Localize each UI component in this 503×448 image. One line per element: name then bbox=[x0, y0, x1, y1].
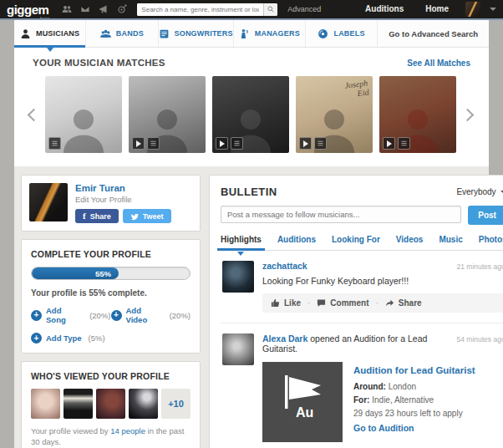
edit-profile-link[interactable]: Edit Your Profile bbox=[75, 195, 171, 204]
tab-musicians-label: MUSICIANS bbox=[36, 29, 79, 38]
profile-avatar[interactable] bbox=[29, 183, 68, 221]
musician-match-photo-1[interactable] bbox=[45, 76, 122, 153]
home-nav-button[interactable]: Home bbox=[418, 0, 456, 19]
audition-attachment: Au Audition for Lead Guitarist Around: L… bbox=[262, 362, 503, 442]
tracklist-badge-icon[interactable] bbox=[48, 137, 61, 150]
facebook-share-button[interactable]: f Share bbox=[75, 209, 119, 223]
audition-title-link[interactable]: Audition for Lead Guitarist bbox=[353, 363, 475, 378]
tab-highlights[interactable]: Highlights bbox=[221, 235, 262, 250]
feed-headline: Alexa Dark opened an Audition for a Lead… bbox=[262, 333, 450, 354]
photo-badges bbox=[48, 137, 61, 150]
viewer-avatar-2[interactable] bbox=[64, 389, 93, 419]
tweet-button[interactable]: Tweet bbox=[123, 209, 171, 223]
tab-photos[interactable]: Photos bbox=[479, 235, 503, 250]
flag-icon bbox=[282, 375, 324, 409]
audience-dropdown[interactable]: Everybody bbox=[456, 187, 503, 196]
musician-matches-section: YOUR MUSICIAN MATCHES See All Matches bbox=[14, 48, 489, 166]
header-icon-group bbox=[62, 4, 127, 14]
like-button[interactable]: Like bbox=[271, 298, 301, 308]
tracklist-badge-icon[interactable] bbox=[398, 137, 410, 150]
more-viewers-badge[interactable]: +10 bbox=[161, 389, 191, 419]
progress-percent-label: 55% bbox=[95, 269, 111, 278]
search-button[interactable] bbox=[263, 3, 277, 16]
tab-songwriters[interactable]: SONGWRITERS bbox=[159, 20, 234, 47]
tab-looking-for[interactable]: Looking For bbox=[332, 235, 380, 250]
go-to-advanced-search-link[interactable]: Go to Advanced Search bbox=[378, 20, 489, 47]
viewer-avatar-3[interactable] bbox=[96, 389, 125, 419]
user-menu-caret-icon[interactable] bbox=[490, 8, 496, 11]
viewer-avatar-1[interactable] bbox=[31, 389, 60, 419]
auditions-nav-button[interactable]: Auditions bbox=[358, 0, 411, 19]
viewed-summary-before: Your profile viewed by bbox=[31, 426, 110, 435]
tab-managers[interactable]: MANAGERS bbox=[234, 20, 306, 47]
tab-videos[interactable]: Videos bbox=[396, 235, 424, 250]
add-song-label: Add Song bbox=[46, 306, 83, 324]
feed-action-bar: Like · Comment · Share bbox=[262, 293, 503, 313]
add-video-link[interactable]: + Add Video (20%) bbox=[111, 306, 191, 324]
photo-badges bbox=[383, 137, 410, 150]
post-button[interactable]: Post bbox=[468, 206, 503, 225]
tab-labels[interactable]: LABELS bbox=[306, 20, 378, 47]
audition-tile-label: Au bbox=[296, 405, 313, 420]
play-video-badge-icon[interactable] bbox=[299, 137, 312, 150]
search-input[interactable] bbox=[137, 3, 263, 16]
viewed-count-link[interactable]: 14 people bbox=[110, 426, 145, 435]
tab-songwriters-label: SONGWRITERS bbox=[175, 29, 233, 38]
friends-icon[interactable] bbox=[62, 4, 72, 14]
post-composer: Post bbox=[221, 206, 503, 225]
tab-bands[interactable]: BANDS bbox=[86, 20, 158, 47]
profile-name-link[interactable]: Emir Turan bbox=[75, 183, 171, 193]
musician-match-photo-4[interactable]: Joseph Eid bbox=[296, 76, 373, 153]
share-arrow-icon bbox=[385, 298, 394, 308]
musician-match-photo-3[interactable] bbox=[212, 76, 289, 153]
advanced-search-link[interactable]: Advanced bbox=[287, 5, 321, 13]
play-video-badge-icon[interactable] bbox=[216, 137, 228, 150]
bulletin-card: BULLETIN Everybody Post Highlights Audit… bbox=[209, 175, 503, 448]
share-button[interactable]: Share bbox=[385, 298, 422, 308]
tracklist-badge-icon[interactable] bbox=[314, 137, 327, 150]
add-type-weight: (5%) bbox=[89, 333, 105, 343]
tab-auditions[interactable]: Auditions bbox=[277, 235, 316, 250]
comment-button[interactable]: Comment bbox=[317, 298, 368, 308]
play-video-badge-icon[interactable] bbox=[383, 137, 395, 150]
user-avatar[interactable] bbox=[465, 2, 480, 17]
go-to-audition-link[interactable]: Go to Audition bbox=[353, 421, 414, 435]
post-message-input[interactable] bbox=[221, 206, 461, 223]
play-video-badge-icon[interactable] bbox=[132, 137, 145, 150]
profile-progress-fill: 55% bbox=[32, 267, 119, 279]
musician-match-photo-2[interactable] bbox=[129, 76, 206, 153]
add-video-label: Add Video bbox=[126, 306, 163, 324]
tracklist-badge-icon[interactable] bbox=[147, 137, 160, 150]
tab-musicians[interactable]: MUSICIANS bbox=[14, 20, 86, 47]
target-icon[interactable] bbox=[117, 4, 127, 14]
feed-avatar[interactable] bbox=[222, 333, 254, 365]
musician-match-photo-5[interactable] bbox=[379, 76, 456, 153]
site-container: MUSICIANS BANDS SONGWRITERS MANAGERS LAB… bbox=[14, 20, 489, 448]
see-all-matches-link[interactable]: See All Matches bbox=[407, 59, 470, 68]
messages-icon[interactable] bbox=[80, 4, 90, 14]
plus-circle-icon: + bbox=[31, 333, 42, 344]
feed-avatar[interactable] bbox=[222, 261, 254, 293]
logo[interactable]: giggem beta bbox=[7, 3, 48, 17]
add-type-link[interactable]: + Add Type (5%) bbox=[31, 333, 111, 344]
add-song-link[interactable]: + Add Song (20%) bbox=[31, 306, 111, 324]
feed-timestamp: 21 minutes ago bbox=[457, 262, 503, 271]
add-song-weight: (20%) bbox=[89, 311, 110, 320]
feed-author-link[interactable]: zachattack bbox=[262, 261, 307, 271]
megaphone-icon[interactable] bbox=[99, 4, 109, 14]
viewer-avatar-4[interactable] bbox=[129, 389, 158, 419]
tweet-button-label: Tweet bbox=[143, 212, 164, 221]
feed-author-link[interactable]: Alexa Dark bbox=[262, 333, 307, 344]
tab-music[interactable]: Music bbox=[439, 235, 462, 250]
audition-around-line: Around: London bbox=[353, 380, 475, 394]
tracklist-badge-icon[interactable] bbox=[231, 137, 243, 150]
bulletin-title: BULLETIN bbox=[221, 186, 277, 198]
facebook-f-icon: f bbox=[83, 211, 86, 221]
audition-details: Audition for Lead Guitarist Around: Lond… bbox=[353, 362, 475, 442]
audition-tile[interactable]: Au bbox=[262, 362, 343, 442]
tab-managers-label: MANAGERS bbox=[255, 29, 300, 38]
carousel-next-button[interactable] bbox=[461, 108, 475, 121]
complete-profile-card: COMPLETE YOUR PROFILE 55% Your profile i… bbox=[21, 239, 201, 354]
add-video-weight: (20%) bbox=[170, 311, 191, 320]
carousel-prev-button[interactable] bbox=[28, 108, 41, 121]
